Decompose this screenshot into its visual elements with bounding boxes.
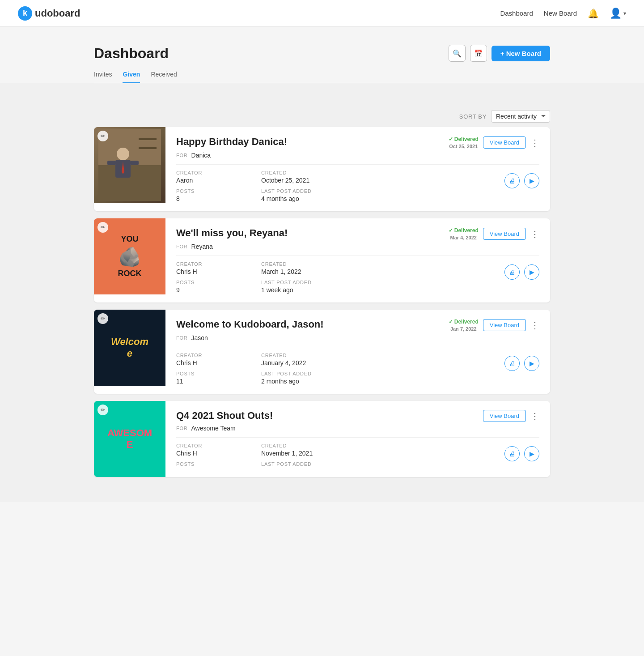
view-board-button[interactable]: View Board — [483, 136, 526, 149]
svg-rect-8 — [131, 161, 139, 165]
created-meta: CREATED November 1, 2021 — [261, 443, 328, 457]
tab-invites[interactable]: Invites — [94, 71, 112, 83]
created-label: CREATED — [261, 353, 328, 358]
last-post-meta: LAST POST ADDED 4 months ago — [261, 188, 328, 202]
creator-label: CREATOR — [176, 443, 243, 448]
posts-value: 11 — [176, 378, 243, 385]
pencil-icon: ✏ — [101, 407, 105, 413]
board-divider — [176, 347, 539, 347]
creator-label: CREATOR — [176, 353, 243, 358]
print-button[interactable]: 🖨 — [504, 356, 520, 371]
sort-bar: SORT BY Recent activity Date created Tit… — [94, 101, 550, 127]
view-board-button[interactable]: View Board — [483, 228, 526, 240]
creator-meta: CREATOR Chris H — [176, 353, 243, 366]
page-title: Dashboard — [94, 45, 169, 62]
posts-meta: POSTS — [176, 461, 243, 468]
edit-thumbnail-button[interactable]: ✏ — [97, 131, 108, 141]
board-top-row: We'll miss you, Reyana! ✓ Delivered Mar … — [176, 227, 539, 240]
play-button[interactable]: ▶ — [524, 356, 539, 371]
last-post-label: LAST POST ADDED — [261, 371, 328, 376]
play-button[interactable]: ▶ — [524, 446, 539, 461]
tab-given[interactable]: Given — [123, 71, 140, 83]
created-label: CREATED — [261, 261, 328, 267]
nav-newboard-link[interactable]: New Board — [544, 9, 577, 17]
table-row: Welcome ✏ Welcome to Kudoboard, Jason! ✓… — [94, 310, 550, 394]
creator-meta: CREATOR Aaron — [176, 170, 243, 184]
logo-k-icon: k — [18, 6, 32, 21]
print-button[interactable]: 🖨 — [504, 446, 520, 461]
play-button[interactable]: ▶ — [524, 173, 539, 188]
awesome-text: AWESOME — [107, 427, 152, 451]
view-board-button[interactable]: View Board — [483, 319, 526, 331]
board-for-row: FOR Awesome Team — [176, 425, 539, 432]
for-value: Reyana — [191, 243, 213, 250]
sort-select[interactable]: Recent activity Date created Title — [491, 110, 550, 123]
nav-dashboard-link[interactable]: Dashboard — [500, 9, 533, 17]
pencil-icon: ✏ — [101, 224, 105, 230]
for-label: FOR — [176, 153, 188, 158]
bell-icon[interactable]: 🔔 — [588, 8, 599, 19]
play-icon: ▶ — [530, 268, 534, 276]
last-post-meta: LAST POST ADDED 1 week ago — [261, 280, 328, 294]
pencil-icon: ✏ — [101, 315, 105, 322]
creator-value: Aaron — [176, 177, 243, 184]
board-divider — [176, 256, 539, 256]
more-options-button[interactable]: ⋮ — [530, 321, 539, 330]
creator-label: CREATOR — [176, 261, 243, 267]
board-top-actions: ✓ Delivered Mar 4, 2022 View Board ⋮ — [449, 227, 539, 240]
created-value: January 4, 2022 — [261, 359, 328, 366]
edit-thumbnail-button[interactable]: ✏ — [97, 313, 108, 324]
svg-rect-2 — [139, 138, 157, 140]
for-label: FOR — [176, 335, 188, 341]
posts-meta: POSTS 9 — [176, 280, 243, 294]
created-value: November 1, 2021 — [261, 450, 328, 457]
board-meta-row: CREATOR Chris H CREATED November 1, 2021 — [176, 443, 328, 457]
more-options-button[interactable]: ⋮ — [530, 230, 539, 239]
last-post-label: LAST POST ADDED — [261, 280, 328, 285]
print-button[interactable]: 🖨 — [504, 173, 520, 188]
board-top-row: Q4 2021 Shout Outs! View Board ⋮ — [176, 410, 539, 422]
creator-meta: CREATOR Chris H — [176, 261, 243, 275]
edit-thumbnail-button[interactable]: ✏ — [97, 405, 108, 415]
last-post-value: 1 week ago — [261, 286, 328, 294]
new-board-button[interactable]: + New Board — [491, 46, 550, 61]
svg-rect-3 — [139, 147, 157, 149]
board-top-actions: ✓ Delivered Oct 25, 2021 View Board ⋮ — [449, 136, 539, 149]
board-meta-row: CREATOR Chris H CREATED January 4, 2022 — [176, 353, 328, 366]
board-meta-bottom: POSTS 11 LAST POST ADDED 2 months ago — [176, 371, 539, 385]
calendar-button[interactable]: 📅 — [470, 45, 487, 62]
creator-meta: CREATOR Chris H — [176, 443, 243, 457]
sort-label: SORT BY — [459, 113, 487, 120]
created-value: October 25, 2021 — [261, 177, 328, 184]
board-thumbnail: Welcome ✏ — [94, 310, 165, 386]
more-options-button[interactable]: ⋮ — [530, 138, 539, 147]
view-board-button[interactable]: View Board — [483, 410, 526, 422]
edit-thumbnail-button[interactable]: ✏ — [97, 222, 108, 233]
board-title: We'll miss you, Reyana! — [176, 227, 288, 239]
posts-label: POSTS — [176, 188, 243, 194]
last-post-label: LAST POST ADDED — [261, 188, 328, 194]
check-icon: ✓ — [449, 319, 453, 325]
play-icon: ▶ — [530, 450, 534, 457]
navbar: k udoboard Dashboard New Board 🔔 👤 ▾ — [0, 0, 644, 27]
print-icon: 🖨 — [509, 268, 515, 276]
tab-received[interactable]: Received — [151, 71, 177, 83]
dashboard-header: Dashboard 🔍 📅 + New Board — [94, 45, 550, 62]
posts-label: POSTS — [176, 461, 243, 467]
search-button[interactable]: 🔍 — [449, 45, 466, 62]
play-button[interactable]: ▶ — [524, 264, 539, 280]
board-thumbnail: AWESOME ✏ — [94, 401, 165, 477]
last-post-label: LAST POST ADDED — [261, 461, 328, 467]
svg-rect-7 — [107, 161, 115, 165]
posts-label: POSTS — [176, 371, 243, 376]
user-menu[interactable]: 👤 ▾ — [610, 8, 626, 19]
board-title: Q4 2021 Shout Outs! — [176, 410, 273, 422]
posts-value: 8 — [176, 195, 243, 202]
more-options-button[interactable]: ⋮ — [530, 412, 539, 421]
logo[interactable]: k udoboard — [18, 6, 80, 21]
board-divider — [176, 164, 539, 165]
board-meta-bottom: POSTS 8 LAST POST ADDED 4 months ago — [176, 188, 539, 202]
print-button[interactable]: 🖨 — [504, 264, 520, 280]
check-icon: ✓ — [449, 227, 453, 234]
table-row: AWESOME ✏ Q4 2021 Shout Outs! View Board… — [94, 401, 550, 477]
